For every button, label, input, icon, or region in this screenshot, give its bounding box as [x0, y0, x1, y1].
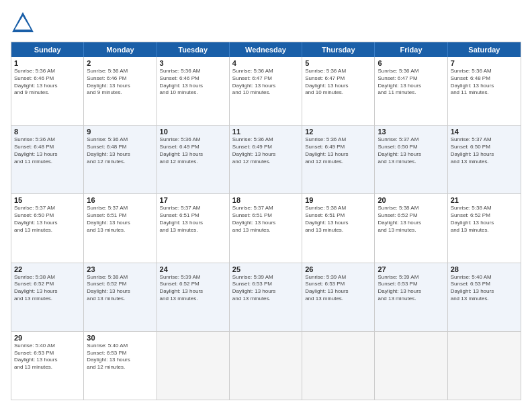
day-number: 16 — [87, 196, 153, 204]
cell-info: Sunrise: 5:36 AMSunset: 6:46 PMDaylight:… — [87, 68, 153, 97]
calendar-cell-23: 23Sunrise: 5:38 AMSunset: 6:52 PMDayligh… — [84, 263, 157, 331]
calendar-cell-21: 21Sunrise: 5:38 AMSunset: 6:52 PMDayligh… — [448, 194, 521, 262]
day-number: 18 — [232, 196, 299, 204]
calendar-cell-20: 20Sunrise: 5:38 AMSunset: 6:52 PMDayligh… — [375, 194, 447, 262]
calendar-row-5: 29Sunrise: 5:40 AMSunset: 6:53 PMDayligh… — [11, 332, 521, 400]
day-number: 26 — [305, 265, 371, 273]
header-day-saturday: Saturday — [448, 42, 521, 57]
calendar-cell-10: 10Sunrise: 5:36 AMSunset: 6:49 PMDayligh… — [157, 126, 230, 193]
day-number: 10 — [160, 128, 226, 136]
cell-info: Sunrise: 5:36 AMSunset: 6:48 PMDaylight:… — [87, 136, 153, 165]
cell-info: Sunrise: 5:40 AMSunset: 6:53 PMDaylight:… — [14, 342, 81, 371]
calendar-cell-17: 17Sunrise: 5:37 AMSunset: 6:51 PMDayligh… — [157, 194, 230, 262]
cell-info: Sunrise: 5:37 AMSunset: 6:50 PMDaylight:… — [14, 205, 81, 234]
day-number: 8 — [14, 128, 81, 136]
calendar-row-3: 15Sunrise: 5:37 AMSunset: 6:50 PMDayligh… — [11, 194, 521, 263]
cell-info: Sunrise: 5:37 AMSunset: 6:51 PMDaylight:… — [160, 205, 226, 234]
calendar-cell-29: 29Sunrise: 5:40 AMSunset: 6:53 PMDayligh… — [11, 332, 84, 400]
cell-info: Sunrise: 5:36 AMSunset: 6:49 PMDaylight:… — [160, 136, 226, 165]
calendar-cell-25: 25Sunrise: 5:39 AMSunset: 6:53 PMDayligh… — [230, 263, 302, 331]
header-day-tuesday: Tuesday — [157, 42, 230, 57]
cell-info: Sunrise: 5:40 AMSunset: 6:53 PMDaylight:… — [87, 342, 153, 371]
day-number: 3 — [160, 59, 226, 67]
calendar: SundayMondayTuesdayWednesdayThursdayFrid… — [11, 42, 521, 400]
calendar-cell-4: 4Sunrise: 5:36 AMSunset: 6:47 PMDaylight… — [230, 57, 302, 125]
day-number: 23 — [87, 265, 153, 273]
day-number: 13 — [378, 128, 444, 136]
cell-info: Sunrise: 5:39 AMSunset: 6:53 PMDaylight:… — [305, 274, 371, 303]
calendar-cell-empty-4-3 — [230, 332, 302, 400]
cell-info: Sunrise: 5:36 AMSunset: 6:47 PMDaylight:… — [232, 68, 299, 97]
cell-info: Sunrise: 5:36 AMSunset: 6:46 PMDaylight:… — [160, 68, 226, 97]
day-number: 12 — [305, 128, 371, 136]
cell-info: Sunrise: 5:38 AMSunset: 6:52 PMDaylight:… — [87, 274, 153, 303]
calendar-cell-8: 8Sunrise: 5:36 AMSunset: 6:48 PMDaylight… — [11, 126, 84, 193]
cell-info: Sunrise: 5:36 AMSunset: 6:49 PMDaylight:… — [305, 136, 371, 165]
calendar-cell-empty-4-2 — [157, 332, 230, 400]
calendar-cell-5: 5Sunrise: 5:36 AMSunset: 6:47 PMDaylight… — [302, 57, 375, 125]
cell-info: Sunrise: 5:36 AMSunset: 6:48 PMDaylight:… — [451, 68, 518, 97]
calendar-cell-6: 6Sunrise: 5:36 AMSunset: 6:47 PMDaylight… — [375, 57, 447, 125]
day-number: 9 — [87, 128, 153, 136]
cell-info: Sunrise: 5:37 AMSunset: 6:51 PMDaylight:… — [232, 205, 299, 234]
calendar-row-2: 8Sunrise: 5:36 AMSunset: 6:48 PMDaylight… — [11, 126, 521, 194]
day-number: 27 — [378, 265, 444, 273]
calendar-cell-14: 14Sunrise: 5:37 AMSunset: 6:50 PMDayligh… — [448, 126, 521, 193]
day-number: 28 — [451, 265, 518, 273]
day-number: 15 — [14, 196, 81, 204]
day-number: 1 — [14, 59, 81, 67]
calendar-cell-empty-4-6 — [448, 332, 521, 400]
cell-info: Sunrise: 5:39 AMSunset: 6:53 PMDaylight:… — [378, 274, 444, 303]
cell-info: Sunrise: 5:38 AMSunset: 6:52 PMDaylight:… — [378, 205, 444, 234]
header-day-monday: Monday — [84, 42, 157, 57]
calendar-cell-18: 18Sunrise: 5:37 AMSunset: 6:51 PMDayligh… — [230, 194, 302, 262]
day-number: 19 — [305, 196, 371, 204]
page: SundayMondayTuesdayWednesdayThursdayFrid… — [0, 0, 532, 411]
calendar-row-4: 22Sunrise: 5:38 AMSunset: 6:52 PMDayligh… — [11, 263, 521, 332]
cell-info: Sunrise: 5:36 AMSunset: 6:46 PMDaylight:… — [14, 68, 81, 97]
day-number: 30 — [87, 334, 153, 342]
calendar-cell-7: 7Sunrise: 5:36 AMSunset: 6:48 PMDaylight… — [448, 57, 521, 125]
cell-info: Sunrise: 5:37 AMSunset: 6:50 PMDaylight:… — [378, 136, 444, 165]
calendar-cell-16: 16Sunrise: 5:37 AMSunset: 6:51 PMDayligh… — [84, 194, 157, 262]
cell-info: Sunrise: 5:39 AMSunset: 6:53 PMDaylight:… — [232, 274, 299, 303]
cell-info: Sunrise: 5:38 AMSunset: 6:52 PMDaylight:… — [451, 205, 518, 234]
cell-info: Sunrise: 5:36 AMSunset: 6:47 PMDaylight:… — [305, 68, 371, 97]
header-day-thursday: Thursday — [302, 42, 375, 57]
calendar-cell-22: 22Sunrise: 5:38 AMSunset: 6:52 PMDayligh… — [11, 263, 84, 331]
calendar-cell-15: 15Sunrise: 5:37 AMSunset: 6:50 PMDayligh… — [11, 194, 84, 262]
cell-info: Sunrise: 5:37 AMSunset: 6:51 PMDaylight:… — [87, 205, 153, 234]
calendar-row-1: 1Sunrise: 5:36 AMSunset: 6:46 PMDaylight… — [11, 57, 521, 126]
day-number: 24 — [160, 265, 226, 273]
calendar-cell-empty-4-4 — [302, 332, 375, 400]
day-number: 20 — [378, 196, 444, 204]
day-number: 25 — [232, 265, 299, 273]
cell-info: Sunrise: 5:40 AMSunset: 6:53 PMDaylight:… — [451, 274, 518, 303]
calendar-cell-30: 30Sunrise: 5:40 AMSunset: 6:53 PMDayligh… — [84, 332, 157, 400]
calendar-cell-9: 9Sunrise: 5:36 AMSunset: 6:48 PMDaylight… — [84, 126, 157, 193]
cell-info: Sunrise: 5:36 AMSunset: 6:49 PMDaylight:… — [232, 136, 299, 165]
cell-info: Sunrise: 5:36 AMSunset: 6:48 PMDaylight:… — [14, 136, 81, 165]
day-number: 7 — [451, 59, 518, 67]
cell-info: Sunrise: 5:38 AMSunset: 6:52 PMDaylight:… — [14, 274, 81, 303]
logo — [11, 11, 38, 35]
calendar-cell-11: 11Sunrise: 5:36 AMSunset: 6:49 PMDayligh… — [230, 126, 302, 193]
calendar-cell-27: 27Sunrise: 5:39 AMSunset: 6:53 PMDayligh… — [375, 263, 447, 331]
day-number: 11 — [232, 128, 299, 136]
day-number: 21 — [451, 196, 518, 204]
header-day-sunday: Sunday — [11, 42, 84, 57]
day-number: 5 — [305, 59, 371, 67]
cell-info: Sunrise: 5:37 AMSunset: 6:50 PMDaylight:… — [451, 136, 518, 165]
calendar-cell-26: 26Sunrise: 5:39 AMSunset: 6:53 PMDayligh… — [302, 263, 375, 331]
day-number: 6 — [378, 59, 444, 67]
calendar-cell-13: 13Sunrise: 5:37 AMSunset: 6:50 PMDayligh… — [375, 126, 447, 193]
day-number: 14 — [451, 128, 518, 136]
calendar-header: SundayMondayTuesdayWednesdayThursdayFrid… — [11, 42, 521, 57]
calendar-cell-3: 3Sunrise: 5:36 AMSunset: 6:46 PMDaylight… — [157, 57, 230, 125]
day-number: 17 — [160, 196, 226, 204]
calendar-body: 1Sunrise: 5:36 AMSunset: 6:46 PMDaylight… — [11, 57, 521, 400]
cell-info: Sunrise: 5:38 AMSunset: 6:51 PMDaylight:… — [305, 205, 371, 234]
day-number: 4 — [232, 59, 299, 67]
day-number: 2 — [87, 59, 153, 67]
cell-info: Sunrise: 5:39 AMSunset: 6:52 PMDaylight:… — [160, 274, 226, 303]
